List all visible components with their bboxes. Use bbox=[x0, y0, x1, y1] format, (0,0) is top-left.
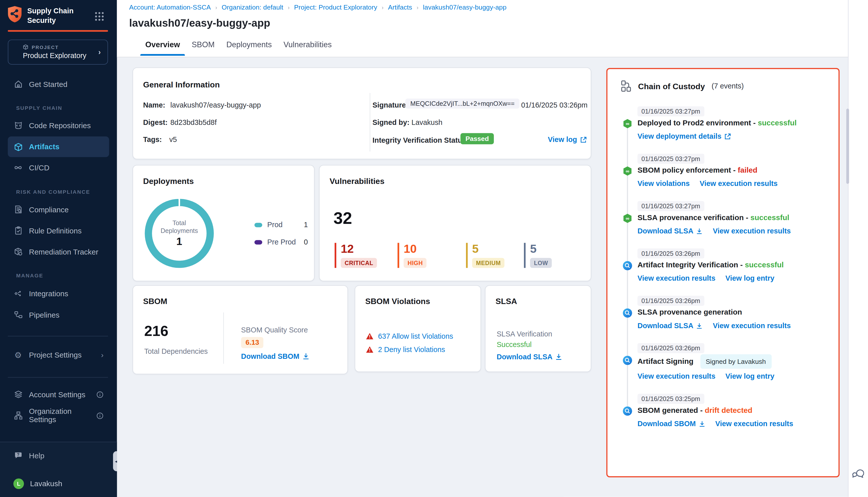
supply-chain-security-logo-icon bbox=[7, 5, 23, 23]
sidebar-item-label: Rule Definitions bbox=[29, 226, 82, 235]
event-timestamp: 01/16/2025 03:27pm bbox=[637, 106, 704, 116]
download-slsa-link[interactable]: Download SLSA bbox=[637, 226, 703, 236]
view-execution-results-link[interactable]: View execution results bbox=[715, 419, 793, 429]
warning-triangle-icon bbox=[366, 346, 374, 353]
remediation-cube-icon bbox=[13, 247, 23, 257]
card-divider bbox=[223, 313, 224, 364]
chain-of-custody-panel: Chain of Custody (7 events) ∞ 01/16/2025… bbox=[606, 68, 840, 477]
card-title: Vulnerabilities bbox=[330, 176, 385, 185]
sidebar-item-label: Remediation Tracker bbox=[29, 247, 98, 256]
custody-event-artifact-integrity: 01/16/2025 03:26pm Artifact Integrity Ve… bbox=[621, 248, 825, 283]
high-badge: HIGH bbox=[404, 258, 427, 268]
low-count: 5 bbox=[530, 243, 585, 255]
scrollbar-thumb[interactable] bbox=[847, 109, 849, 184]
sidebar-item-compliance[interactable]: Compliance bbox=[8, 200, 109, 219]
legend-item-pre-prod: Pre Prod 0 bbox=[255, 238, 308, 246]
events-count: (7 events) bbox=[711, 82, 744, 90]
sidebar-item-label: Pipelines bbox=[29, 311, 59, 319]
breadcrumb-project[interactable]: Project: Product Exploratory bbox=[294, 3, 377, 11]
download-slsa-link[interactable]: Download SLSA bbox=[496, 353, 562, 361]
view-execution-results-link[interactable]: View execution results bbox=[713, 321, 791, 331]
card-title: SBOM bbox=[143, 297, 167, 306]
sidebar-item-label: Get Started bbox=[29, 80, 67, 88]
sbom-total: 216 bbox=[144, 323, 168, 340]
breadcrumb-organization[interactable]: Organization: default bbox=[221, 3, 283, 11]
sidebar-item-integrations[interactable]: Integrations bbox=[8, 284, 109, 303]
download-slsa-link[interactable]: Download SLSA bbox=[637, 321, 703, 331]
vulnerabilities-card: Vulnerabilities 32 12 CRITICAL 10 HIGH 5… bbox=[319, 165, 591, 281]
section-risk-compliance: RISK AND COMPLIANCE bbox=[16, 189, 90, 195]
app-switcher-icon[interactable] bbox=[95, 12, 104, 22]
right-gutter bbox=[848, 0, 868, 497]
legend-label: Pre Prod bbox=[267, 238, 296, 246]
view-log-link[interactable]: View log bbox=[548, 136, 587, 144]
help-chat-icon: ? bbox=[13, 451, 23, 460]
sidebar-divider bbox=[8, 336, 108, 337]
cicd-stage-icon: ∞ bbox=[622, 118, 633, 129]
signed-by-badge: Signed by Lavakush bbox=[700, 354, 771, 369]
view-deployment-details-link[interactable]: View deployment details bbox=[637, 131, 731, 141]
sidebar-divider bbox=[8, 377, 108, 378]
pipelines-icon bbox=[13, 310, 23, 320]
sidebar-item-label: Integrations bbox=[29, 289, 68, 298]
tab-vulnerabilities[interactable]: Vulnerabilities bbox=[284, 40, 332, 56]
view-execution-results-link[interactable]: View execution results bbox=[637, 372, 715, 382]
view-execution-results-link[interactable]: View execution results bbox=[637, 273, 715, 283]
donut-center-label-1: Total bbox=[173, 219, 186, 227]
sidebar-item-remediation-tracker[interactable]: Remediation Tracker bbox=[8, 242, 109, 261]
support-chat-icon[interactable] bbox=[851, 468, 864, 480]
high-count: 10 bbox=[404, 243, 466, 255]
download-sbom-link[interactable]: Download SBOM bbox=[637, 419, 705, 429]
sidebar-item-user[interactable]: L Lavakush bbox=[8, 474, 109, 493]
view-violations-link[interactable]: View violations bbox=[637, 179, 690, 189]
sidebar-item-get-started[interactable]: Get Started bbox=[8, 75, 109, 94]
sidebar-item-rule-definitions[interactable]: Rule Definitions bbox=[8, 221, 109, 240]
download-icon bbox=[696, 323, 703, 329]
general-information-card: General Information Name: lavakush07/eas… bbox=[133, 67, 592, 159]
svg-text:∞: ∞ bbox=[626, 121, 629, 126]
brand-divider bbox=[8, 30, 108, 32]
critical-count: 12 bbox=[341, 243, 397, 255]
sidebar-item-help[interactable]: ? Help bbox=[8, 446, 109, 465]
allow-list-violations-link[interactable]: 637 Allow list Violations bbox=[378, 332, 453, 340]
view-log-entry-link[interactable]: View log entry bbox=[725, 372, 774, 382]
sidebar-item-pipelines[interactable]: Pipelines bbox=[8, 305, 109, 324]
download-sbom-link[interactable]: Download SBOM bbox=[241, 352, 309, 360]
clipboard-check-icon bbox=[13, 226, 23, 236]
signature-date: 01/16/2025 03:26pm bbox=[521, 101, 588, 109]
sidebar-item-code-repositories[interactable]: Code Repositories bbox=[8, 116, 109, 135]
sbom-quality-score-badge: 6.13 bbox=[241, 337, 263, 348]
sidebar-item-organization-settings[interactable]: Organization Settings bbox=[8, 406, 109, 425]
breadcrumb-artifacts[interactable]: Artifacts bbox=[388, 3, 412, 11]
card-title: Deployments bbox=[143, 176, 194, 185]
artifact-cube-icon bbox=[13, 142, 23, 152]
legend-label: Prod bbox=[267, 221, 283, 229]
sidebar-item-project-settings[interactable]: ⚙ Project Settings › bbox=[8, 345, 109, 364]
custody-event-artifact-signing: 01/16/2025 03:26pm Artifact SigningSigne… bbox=[621, 342, 825, 381]
tags-label: Tags: bbox=[143, 136, 162, 144]
severity-critical: 12 CRITICAL bbox=[335, 243, 397, 268]
chain-of-custody-icon bbox=[621, 80, 632, 92]
view-execution-results-link[interactable]: View execution results bbox=[700, 179, 778, 189]
download-icon bbox=[302, 353, 309, 360]
sidebar-item-artifacts[interactable]: Artifacts bbox=[8, 137, 109, 157]
tab-deployments[interactable]: Deployments bbox=[226, 40, 272, 56]
sidebar-item-account-settings[interactable]: Account Settings bbox=[8, 385, 109, 404]
breadcrumb-account[interactable]: Account: Automation-SSCA bbox=[129, 3, 211, 11]
name-value: lavakush07/easy-buggy-app bbox=[170, 101, 261, 109]
home-icon bbox=[13, 80, 23, 89]
tab-sbom[interactable]: SBOM bbox=[192, 40, 215, 56]
tab-overview[interactable]: Overview bbox=[145, 40, 180, 56]
sidebar: Supply Chain Security PROJECT Product bbox=[0, 0, 117, 497]
project-cube-icon bbox=[23, 44, 28, 50]
project-selector[interactable]: PROJECT Product Exploratory › bbox=[8, 40, 108, 65]
view-log-entry-link[interactable]: View log entry bbox=[725, 273, 774, 283]
sidebar-item-cicd[interactable]: CI/CD bbox=[8, 158, 109, 177]
layers-icon bbox=[13, 390, 23, 399]
deny-list-violations-link[interactable]: 2 Deny list Violations bbox=[378, 345, 445, 354]
download-icon bbox=[555, 353, 563, 360]
breadcrumb-current[interactable]: lavakush07/easy-buggy-app bbox=[423, 3, 507, 11]
card-title: General Information bbox=[143, 80, 220, 89]
view-execution-results-link[interactable]: View execution results bbox=[713, 226, 791, 236]
signature-value-chip[interactable]: MEQCICde2VjIT...bL+2+mqnOXw== bbox=[405, 99, 520, 109]
